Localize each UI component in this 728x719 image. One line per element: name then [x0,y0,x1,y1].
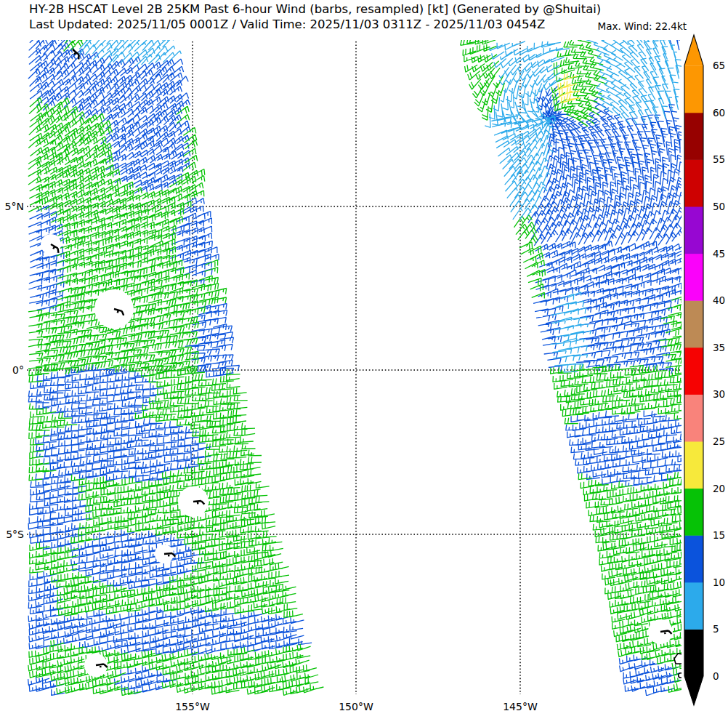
wind-barb-chart: 155°W150°W145°W5°N0°5°S05101520253035404… [0,0,728,719]
wind-barb-field [28,29,694,696]
colorbar-segment [684,535,703,582]
barbs-yellow [558,73,581,103]
colorbar-segment [684,254,703,301]
colorbar-segment [684,159,703,206]
colorbar-tick-label: 25 [713,435,725,447]
colorbar-tick-label: 10 [713,577,725,588]
island-outline [679,673,683,678]
x-tick-label: 145°W [503,701,538,712]
y-tick-label: 0° [12,364,24,376]
colorbar-tick-label: 40 [713,294,725,306]
colorbar-tick-label: 55 [713,153,725,165]
colorbar: 05101520253035404550556065 [684,35,725,705]
x-tick-label: 150°W [339,701,373,712]
colorbar-tick-label: 0 [713,670,719,682]
colorbar-tick-label: 60 [713,107,725,119]
colorbar-under-arrow [684,676,703,705]
colorbar-segment [684,206,703,254]
colorbar-segment [684,300,703,348]
colorbar-segment [684,441,703,489]
x-tick-label: 155°W [175,701,210,712]
island-outline [674,654,685,664]
colorbar-tick-label: 35 [713,342,725,353]
colorbar-tick-label: 15 [713,529,725,541]
colorbar-tick-label: 20 [713,483,725,494]
colorbar-tick-label: 65 [713,60,725,71]
colorbar-tick-label: 45 [713,248,725,260]
colorbar-segment [684,348,703,395]
colorbar-tick-label: 30 [713,388,725,400]
colorbar-tick-label: 5 [713,623,719,635]
colorbar-segment [684,582,703,630]
colorbar-tick-label: 50 [713,201,725,212]
colorbar-segment [684,394,703,441]
colorbar-segment [684,65,703,113]
y-tick-label: 5°N [5,201,24,212]
colorbar-over-arrow [684,35,703,65]
colorbar-segment [684,489,703,536]
colorbar-segment [684,113,703,160]
y-tick-label: 5°S [6,529,24,540]
colorbar-segment [684,629,703,676]
